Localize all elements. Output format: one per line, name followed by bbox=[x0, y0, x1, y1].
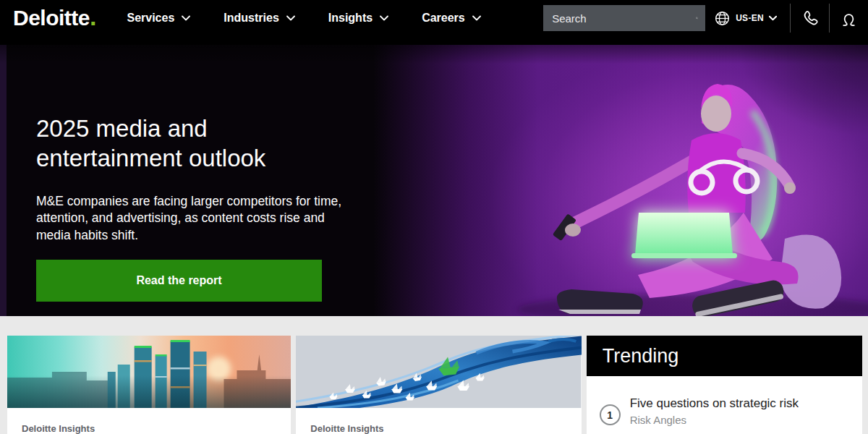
card-body: Deloitte Insights bbox=[7, 408, 291, 434]
phone-icon bbox=[801, 9, 820, 27]
card-source-label: Deloitte Insights bbox=[310, 423, 566, 434]
insights-card-city[interactable]: Deloitte Insights bbox=[7, 336, 291, 434]
person-icon bbox=[839, 9, 859, 28]
top-navbar: Deloitte . Services Industries Insights … bbox=[0, 0, 868, 45]
hero-title: 2025 media and entertainment outlook bbox=[36, 114, 326, 174]
account-button[interactable] bbox=[830, 0, 868, 36]
card-body: Deloitte Insights bbox=[296, 408, 581, 434]
hero-description: M&E companies are facing larger competit… bbox=[36, 193, 351, 244]
locale-selector[interactable]: US-EN bbox=[705, 10, 790, 27]
trending-rank-badge: 1 bbox=[600, 404, 621, 425]
card-source-label: Deloitte Insights bbox=[22, 423, 276, 434]
search-icon[interactable] bbox=[696, 12, 698, 25]
chevron-down-icon bbox=[472, 15, 481, 21]
nav-item-label: Insights bbox=[328, 12, 373, 25]
trending-item-category: Risk Angles bbox=[630, 414, 799, 426]
content-cards-section: Deloitte Insights bbox=[0, 316, 868, 434]
nav-item-careers[interactable]: Careers bbox=[422, 12, 481, 25]
chevron-down-icon bbox=[769, 15, 777, 21]
logo-text: Deloitte bbox=[13, 6, 90, 30]
nav-item-insights[interactable]: Insights bbox=[328, 12, 388, 25]
trending-panel: Trending 1 Five questions on strategic r… bbox=[587, 336, 862, 434]
nav-item-label: Careers bbox=[422, 12, 465, 25]
hero-banner: 2025 media and entertainment outlook M&E… bbox=[0, 45, 868, 316]
search-box bbox=[543, 5, 705, 31]
locale-label: US-EN bbox=[736, 13, 764, 23]
card-image-city-skyline bbox=[7, 336, 291, 408]
read-report-button[interactable]: Read the report bbox=[36, 260, 322, 302]
globe-icon bbox=[714, 10, 731, 27]
trending-item-1[interactable]: 1 Five questions on strategic risk Risk … bbox=[600, 396, 851, 426]
card-image-wave-boats bbox=[296, 336, 581, 408]
trending-body: 1 Five questions on strategic risk Risk … bbox=[587, 376, 862, 434]
nav-item-label: Industries bbox=[224, 12, 278, 25]
nav-item-industries[interactable]: Industries bbox=[224, 12, 294, 25]
chevron-down-icon bbox=[182, 15, 190, 21]
insights-card-wave[interactable]: Deloitte Insights bbox=[296, 336, 581, 434]
hero-content: 2025 media and entertainment outlook M&E… bbox=[36, 114, 354, 302]
contact-phone-button[interactable] bbox=[791, 0, 829, 36]
nav-item-label: Services bbox=[127, 12, 174, 25]
chevron-down-icon bbox=[380, 15, 388, 21]
nav-item-services[interactable]: Services bbox=[127, 12, 190, 25]
trending-title: Trending bbox=[603, 345, 679, 367]
chevron-down-icon bbox=[286, 15, 295, 21]
trending-item-title: Five questions on strategic risk bbox=[630, 396, 799, 411]
trending-item-text: Five questions on strategic risk Risk An… bbox=[630, 396, 799, 426]
trending-header: Trending bbox=[587, 336, 862, 376]
hero-image-woman-laptop bbox=[463, 45, 868, 316]
main-nav: Services Industries Insights Careers bbox=[127, 12, 480, 25]
search-input[interactable] bbox=[552, 12, 696, 25]
deloitte-logo[interactable]: Deloitte . bbox=[13, 6, 96, 30]
